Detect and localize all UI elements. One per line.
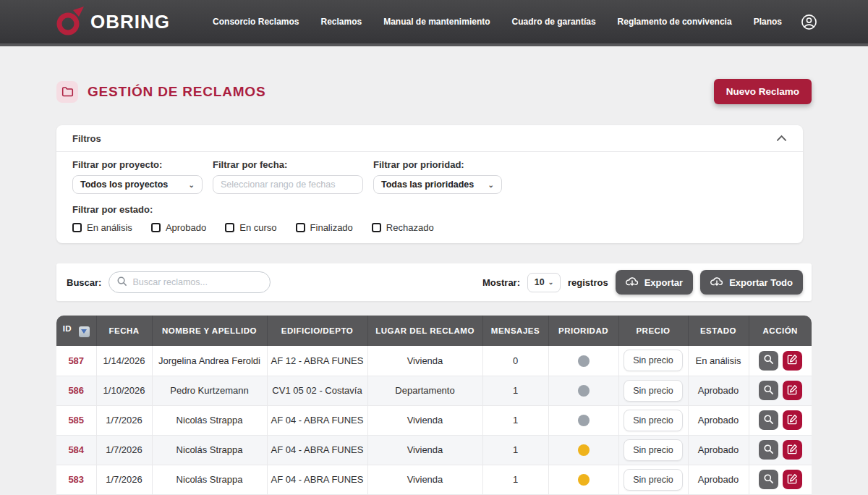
checkbox-en-curso[interactable]: En curso [225, 222, 276, 233]
checkbox-icon [72, 223, 82, 232]
table-row: 5841/7/2026Nicolás StrappaAF 04 - ABRA F… [56, 435, 812, 465]
priority-dot-yellow [578, 444, 590, 456]
new-claim-button[interactable]: Nuevo Reclamo [714, 79, 812, 104]
claim-id-cell: 587 [56, 346, 96, 376]
search-input[interactable] [132, 277, 263, 287]
claim-name-cell: Nicolás Strappa [152, 405, 267, 435]
claim-name-cell: Pedro Kurtzemann [152, 376, 267, 405]
view-claim-button[interactable] [759, 381, 778, 400]
claim-price-cell: Sin precio [618, 346, 688, 376]
date-filter-label: Filtrar por fecha: [213, 159, 363, 170]
project-filter-value: Todos los proyectos [80, 179, 168, 190]
edit-pencil-icon [787, 473, 798, 486]
nav-consorcio-reclamos[interactable]: Consorcio Reclamos [213, 17, 299, 27]
export-all-button-label: Exportar Todo [729, 277, 793, 288]
edit-claim-button[interactable] [783, 470, 802, 489]
price-button[interactable]: Sin precio [624, 410, 683, 431]
claim-building-cell: AF 12 - ABRA FUNES [267, 346, 367, 376]
magnifier-icon [763, 354, 774, 367]
folder-icon [56, 81, 78, 103]
view-claim-button[interactable] [759, 410, 778, 430]
collapse-chevron-up-icon[interactable] [776, 132, 787, 145]
priority-filter-group: Filtrar por prioridad: Todas las priorid… [373, 159, 502, 194]
table-row: 5871/14/2026Jorgelina Andrea FeroldiAF 1… [56, 346, 812, 376]
nav-cuadro-garantias[interactable]: Cuadro de garantías [512, 17, 596, 27]
claim-priority-cell [548, 435, 618, 465]
claim-price-cell: Sin precio [618, 435, 688, 465]
nav-reclamos[interactable]: Reclamos [320, 17, 362, 27]
column-header-estado[interactable]: ESTADO [688, 316, 749, 346]
price-button[interactable]: Sin precio [624, 469, 683, 491]
column-header-precio[interactable]: PRECIO [618, 316, 688, 346]
view-claim-button[interactable] [759, 470, 778, 489]
claim-priority-cell [548, 346, 618, 376]
edit-claim-button[interactable] [783, 351, 802, 371]
claim-messages-cell: 1 [482, 435, 548, 465]
checkbox-finalizado[interactable]: Finalizado [296, 222, 353, 233]
claim-messages-cell: 1 [482, 376, 548, 405]
column-header-mensajes[interactable]: MENSAJES [482, 316, 548, 346]
records-label: registros [568, 277, 608, 288]
priority-dot-gray [578, 415, 590, 426]
table-row: 5831/7/2026Nicolás StrappaAF 04 - ABRA F… [56, 465, 812, 494]
date-range-input[interactable] [221, 179, 355, 190]
table-row: 5851/7/2026Nicolás StrappaAF 04 - ABRA F… [56, 405, 812, 435]
page-size-value: 10 [535, 277, 545, 287]
checkbox-icon [225, 223, 234, 232]
column-header-prioridad[interactable]: PRIORIDAD [548, 316, 618, 346]
claim-messages-cell: 1 [482, 405, 548, 435]
price-button[interactable]: Sin precio [624, 439, 683, 461]
column-header-id[interactable]: ID [56, 316, 96, 346]
claim-price-cell: Sin precio [618, 405, 688, 435]
priority-dot-yellow [578, 474, 590, 486]
claim-place-cell: Departamento [367, 376, 482, 405]
checkbox-en-analisis[interactable]: En análisis [72, 222, 132, 233]
claim-status-cell: Aprobado [688, 376, 749, 405]
claim-priority-cell [548, 465, 618, 494]
search-box [109, 271, 271, 293]
price-button[interactable]: Sin precio [624, 350, 683, 371]
table-header-row: ID FECHA NOMBRE Y APELLIDO EDIFICIO/DEPT… [56, 316, 812, 346]
column-header-nombre[interactable]: NOMBRE Y APELLIDO [152, 316, 267, 346]
brand-logo[interactable]: OBRING [54, 4, 170, 40]
claim-actions-cell [749, 465, 812, 494]
edit-claim-button[interactable] [783, 440, 802, 460]
claim-date-cell: 1/7/2026 [96, 435, 152, 465]
column-header-fecha[interactable]: FECHA [96, 316, 152, 346]
view-claim-button[interactable] [759, 351, 778, 371]
price-button[interactable]: Sin precio [624, 380, 683, 402]
date-filter-group: Filtrar por fecha: [213, 159, 363, 194]
claim-place-cell: Vivienda [367, 346, 482, 376]
nav-manual-mantenimiento[interactable]: Manual de mantenimiento [383, 17, 490, 27]
claim-place-cell: Vivienda [367, 405, 482, 435]
export-button[interactable]: Exportar [616, 270, 693, 295]
claim-actions-cell [749, 405, 812, 435]
claim-status-cell: Aprobado [688, 435, 749, 465]
export-all-button[interactable]: Exportar Todo [700, 270, 803, 295]
user-account-icon[interactable] [801, 14, 817, 30]
table-row: 5861/10/2026Pedro KurtzemannCV1 05 02 - … [56, 376, 812, 405]
checkbox-aprobado[interactable]: Aprobado [151, 222, 206, 233]
project-filter-select[interactable]: Todos los proyectos ⌄ [72, 175, 203, 194]
column-header-edificio[interactable]: EDIFICIO/DEPTO [267, 316, 367, 346]
chevron-down-icon: ⌄ [548, 279, 554, 286]
column-header-lugar[interactable]: LUGAR DEL RECLAMO [367, 316, 482, 346]
edit-claim-button[interactable] [783, 381, 802, 400]
id-sort-filter-icon[interactable] [79, 326, 90, 337]
checkbox-icon [296, 223, 305, 232]
page-size-select[interactable]: 10 ⌄ [527, 273, 561, 292]
nav-planos[interactable]: Planos [754, 17, 782, 27]
claim-status-cell: Aprobado [688, 405, 749, 435]
top-navigation-bar: OBRING Consorcio Reclamos Reclamos Manua… [0, 0, 868, 46]
claim-name-cell: Jorgelina Andrea Feroldi [152, 346, 267, 376]
view-claim-button[interactable] [759, 440, 778, 460]
priority-filter-select[interactable]: Todas las prioridades ⌄ [373, 175, 502, 194]
checkbox-rechazado[interactable]: Rechazado [372, 222, 434, 233]
edit-pencil-icon [787, 444, 798, 457]
column-header-accion[interactable]: ACCIÓN [749, 316, 812, 346]
edit-claim-button[interactable] [783, 410, 802, 430]
nav-reglamento-convivencia[interactable]: Reglamento de convivencia [618, 17, 732, 27]
claim-actions-cell [749, 346, 812, 376]
search-label: Buscar: [67, 277, 101, 288]
show-label: Mostrar: [482, 277, 520, 288]
